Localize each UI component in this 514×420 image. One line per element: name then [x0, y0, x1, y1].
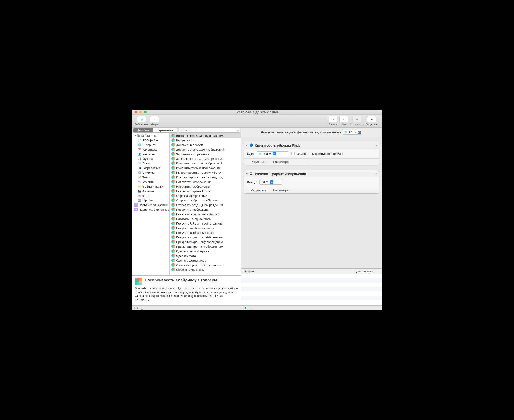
finder-icon: 🔵	[249, 143, 254, 148]
disclosure-triangle-icon[interactable]: ▼	[246, 144, 248, 147]
action-list-item[interactable]: Получить выбранные фото	[170, 230, 241, 235]
search-icon: ⌕	[180, 129, 182, 132]
action-list-item[interactable]: Изменить масштаб изображений	[170, 161, 241, 166]
gear-icon[interactable]: ⚙︎▾	[134, 306, 138, 310]
action-list-item[interactable]: Добавить в альбом	[170, 142, 241, 147]
action-list-item[interactable]: Прикрепить фа…ому сообщению	[170, 240, 241, 244]
destination-folder-popup[interactable]: Ready ▴▾	[257, 151, 289, 156]
action-list-item[interactable]: Отправить позд…днем рождения	[170, 202, 241, 207]
log-column-duration[interactable]: Длительность	[354, 270, 382, 273]
close-window-button[interactable]	[135, 111, 137, 113]
remove-action-icon[interactable]: ×	[376, 172, 378, 176]
stop-toolbar-button[interactable]: ■ Остановить	[350, 116, 364, 126]
preview-icon: 🖼	[249, 172, 254, 176]
action-list-item[interactable]: Сделать фотоснимок	[170, 258, 241, 263]
workflow-bottom-bar: ≡ ▭	[241, 305, 382, 310]
action-list-item[interactable]: Выбрать фото	[170, 138, 241, 142]
action-list-item[interactable]: Получить альбом по имени	[170, 226, 241, 230]
workflow-input-bar: Действие папки получает файлы и папки, д…	[241, 128, 382, 137]
workflow-pane: Действие папки получает файлы и папки, д…	[241, 128, 382, 310]
category-item[interactable]: 🔤Шрифты	[132, 198, 169, 202]
category-item[interactable]: 🎬Фильмы	[132, 189, 169, 193]
options-button[interactable]: Параметры	[273, 188, 289, 192]
app-window: Без названия (Действие папки) ▥ Библиоте…	[132, 110, 382, 310]
library-pane: Действия Переменные ⌕ фото ⓧ ▼📚Библиотек…	[132, 128, 241, 310]
record-toolbar-button[interactable]: ● Запись	[329, 116, 337, 126]
library-root[interactable]: ▼📚Библиотека	[132, 133, 169, 138]
minimize-window-button[interactable]	[139, 111, 142, 113]
action-list-item[interactable]: Получить содер…а «Избранное»	[170, 235, 241, 240]
category-list[interactable]: ▼📚Библиотека 📄PDF-файлы🌐Интернет📅Календа…	[132, 133, 170, 275]
category-item[interactable]: 👤Контакты	[132, 152, 169, 156]
action-list-item[interactable]: Применить про…к изображениям	[170, 244, 241, 249]
clear-search-icon[interactable]: ⓧ	[236, 128, 239, 132]
tab-actions[interactable]: Действия	[133, 128, 153, 132]
category-item[interactable]: ✉️Почта	[132, 161, 169, 166]
action-list-item[interactable]: Показать исходное фото	[170, 217, 241, 221]
category-item[interactable]: 🎵Музыка	[132, 156, 169, 161]
input-folder-popup[interactable]: JPEG ▴▾	[342, 130, 362, 135]
action-change-image-type[interactable]: ▼ 🖼 Изменить формат изображений × Вывод:…	[244, 170, 379, 194]
action-list-item[interactable]: Напечатать изображение	[170, 180, 241, 184]
action-list-item[interactable]: Импортировать…грамму «Фото»	[170, 170, 241, 175]
action-list-item[interactable]: Обрезка изображений	[170, 193, 241, 198]
action-list-item[interactable]: Нарастить изображения	[170, 184, 241, 189]
action-list-item[interactable]: Загрузить изображения	[170, 152, 241, 156]
library-toolbar-button[interactable]: ▥ Библиотека	[135, 116, 148, 126]
action-list-item[interactable]: Воспроизвести…д-шоу с голосом	[170, 133, 241, 138]
window-title: Без названия (Действие папки)	[132, 110, 382, 114]
category-item[interactable]: 🔧Утилиты	[132, 180, 169, 184]
description-title: Воспроизвести слайд-шоу с голосом	[145, 278, 217, 283]
category-item[interactable]: 🌸Фото	[132, 193, 169, 198]
action-list-item[interactable]: Изменить формат изображений	[170, 166, 241, 170]
description-panel: Воспроизвести слайд-шоу с голосом Это де…	[132, 275, 241, 305]
replace-existing-checkbox[interactable]	[291, 152, 295, 156]
action-copy-finder-items[interactable]: ▼ 🔵 Скопировать объекты Finder × Куда: R…	[244, 142, 379, 165]
search-input[interactable]: ⌕ фото ⓧ	[179, 128, 240, 133]
chevron-updown-icon: ▴▾	[273, 152, 276, 156]
action-list-item[interactable]: Повернуть изображения	[170, 207, 241, 212]
description-body: Это действие воспроизводит слайд-шоу с г…	[135, 287, 238, 302]
action-list-item[interactable]: Добавить значо…ам изображений	[170, 147, 241, 152]
disclosure-triangle-icon[interactable]: ▼	[246, 172, 248, 175]
collapse-description-icon[interactable]: ▢	[141, 306, 144, 310]
step-toolbar-button[interactable]: ➔| Шаг	[339, 116, 348, 126]
workflow-canvas[interactable]: Действие папки получает файлы и папки, д…	[241, 128, 382, 269]
action-list-item[interactable]: Сделать фото	[170, 254, 241, 258]
category-item[interactable]: 🌐Интернет	[132, 142, 169, 147]
chevron-updown-icon: ▴▾	[270, 180, 273, 184]
media-toolbar-button[interactable]: ♫ Медиа	[150, 116, 159, 126]
options-button[interactable]: Параметры	[273, 160, 289, 164]
log-rows	[241, 274, 382, 305]
category-item[interactable]: 📝Текст	[132, 175, 169, 180]
category-item[interactable]: 📄PDF-файлы	[132, 138, 169, 142]
run-toolbar-button[interactable]: ▶ Запустить	[366, 116, 378, 126]
action-list-item[interactable]: Получить URL и…з веб-страницы	[170, 221, 241, 226]
action-list-item[interactable]: Создать миниатюры	[170, 267, 241, 272]
category-item[interactable]: 🛠Разработчик	[132, 166, 169, 170]
action-list-item[interactable]: Контроллер мгн…ного слайд-шоу	[170, 175, 241, 180]
log-column-journal[interactable]: Журнал	[241, 270, 354, 273]
photos-app-icon	[135, 278, 142, 285]
output-format-popup[interactable]: JPEG ▴▾	[259, 180, 282, 185]
action-list-item[interactable]: Показать геопозицию в Картах	[170, 212, 241, 217]
category-item[interactable]: ⚙️Система	[132, 170, 169, 175]
remove-action-icon[interactable]: ×	[376, 144, 378, 147]
list-view-icon[interactable]: ≡	[244, 306, 247, 310]
smart-folder-item[interactable]: ✦Недавно…бавленные	[132, 207, 169, 212]
results-button[interactable]: Результаты	[251, 188, 266, 192]
action-list-item[interactable]: Сделать снимок экрана	[170, 249, 241, 254]
actions-list[interactable]: Воспроизвести…д-шоу с голосомВыбрать фот…	[170, 133, 241, 275]
action-list-item[interactable]: Сжать изображ…PDF-документах	[170, 263, 241, 267]
action-list-item[interactable]: Открыть изобра…ме «Просмотр»	[170, 198, 241, 202]
zoom-window-button[interactable]	[144, 111, 146, 113]
log-panel: Журнал Длительность	[241, 269, 382, 305]
smart-folder-item[interactable]: ✦Часто используемые	[132, 202, 169, 207]
category-item[interactable]: 📅Календарь	[132, 147, 169, 152]
action-list-item[interactable]: Зеркально отоб…ть изображения	[170, 156, 241, 161]
tab-variables[interactable]: Переменные	[153, 128, 177, 132]
results-button[interactable]: Результаты	[251, 160, 266, 164]
category-item[interactable]: 📁Файлы и папки	[132, 184, 169, 189]
flow-view-icon[interactable]: ▭	[249, 306, 252, 310]
action-list-item[interactable]: Новое сообщение Почты	[170, 189, 241, 193]
